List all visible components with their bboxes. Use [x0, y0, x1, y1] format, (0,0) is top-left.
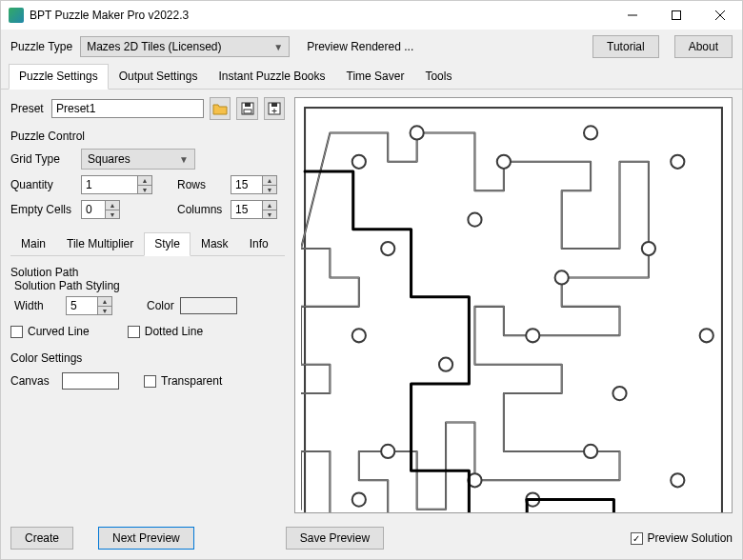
tab-puzzle-settings[interactable]: Puzzle Settings [9, 64, 109, 90]
next-preview-button[interactable]: Next Preview [98, 527, 194, 550]
down-icon[interactable]: ▼ [106, 210, 119, 218]
up-icon[interactable]: ▲ [263, 201, 276, 210]
transparent-checkbox[interactable]: Transparent [144, 374, 222, 388]
subtab-tile-multiplier[interactable]: Tile Multiplier [56, 232, 144, 256]
svg-point-22 [439, 358, 452, 371]
curved-line-label: Curved Line [28, 325, 90, 338]
quantity-stepper[interactable]: ▲▼ [81, 175, 152, 194]
puzzle-type-label: Puzzle Type [10, 40, 72, 53]
grid-type-dropdown[interactable]: Squares ▼ [81, 149, 195, 170]
chevron-down-icon: ▼ [273, 42, 283, 52]
svg-point-12 [352, 155, 366, 169]
svg-point-14 [497, 155, 511, 169]
down-icon[interactable]: ▼ [263, 210, 276, 218]
up-icon[interactable]: ▲ [98, 297, 111, 306]
window-title: BPT Puzzle Maker Pro v2022.3 [30, 9, 611, 22]
empty-cells-label: Empty Cells [10, 203, 75, 216]
grid-type-value: Squares [88, 152, 131, 166]
maximize-button[interactable] [654, 1, 698, 30]
preset-label: Preset [10, 102, 46, 115]
empty-cells-input[interactable] [81, 200, 106, 219]
open-preset-button[interactable] [210, 97, 231, 120]
color-label: Color [147, 299, 174, 312]
up-icon[interactable]: ▲ [106, 201, 119, 210]
tab-tools[interactable]: Tools [414, 64, 462, 90]
svg-rect-5 [245, 103, 251, 107]
rows-label: Rows [177, 178, 225, 191]
app-icon [9, 8, 24, 23]
svg-point-16 [671, 155, 684, 169]
folder-icon [212, 102, 228, 115]
subtab-main[interactable]: Main [10, 232, 56, 256]
minimize-button[interactable] [611, 1, 654, 30]
save-preview-button[interactable]: Save Preview [286, 527, 384, 550]
svg-point-17 [381, 242, 394, 255]
down-icon[interactable]: ▼ [263, 185, 276, 193]
svg-rect-11 [305, 108, 722, 513]
close-button[interactable] [698, 1, 742, 30]
create-button[interactable]: Create [10, 527, 73, 550]
canvas-color-swatch[interactable] [62, 372, 119, 390]
empty-cells-stepper[interactable]: ▲▼ [81, 200, 120, 219]
tutorial-button[interactable]: Tutorial [592, 35, 659, 58]
save-preset-button[interactable] [236, 97, 257, 120]
svg-point-15 [584, 126, 597, 139]
quantity-input[interactable] [81, 175, 138, 194]
chevron-down-icon: ▼ [179, 154, 189, 165]
status-text: Preview Rendered ... [307, 40, 585, 53]
settings-pane: Preset Puzzle Control Grid Type Squares … [10, 97, 285, 513]
up-icon[interactable]: ▲ [263, 176, 276, 185]
subtab-style[interactable]: Style [144, 232, 191, 256]
width-stepper[interactable]: ▲▼ [66, 296, 112, 315]
dotted-line-label: Dotted Line [145, 325, 203, 338]
titlebar: BPT Puzzle Maker Pro v2022.3 [1, 1, 742, 30]
preset-input[interactable] [51, 99, 204, 118]
svg-rect-1 [673, 11, 681, 20]
svg-point-30 [352, 492, 366, 506]
sub-tabstrip: Main Tile Multiplier Style Mask Info [10, 232, 285, 256]
preview-pane [294, 97, 733, 513]
preview-solution-label: Preview Solution [648, 531, 733, 545]
columns-label: Columns [177, 203, 225, 216]
puzzle-type-dropdown[interactable]: Mazes 2D Tiles (Licensed) ▼ [80, 36, 290, 57]
save-icon [241, 102, 254, 115]
puzzle-control-group: Puzzle Control [10, 130, 285, 143]
svg-point-26 [381, 445, 394, 458]
subtab-mask[interactable]: Mask [191, 232, 239, 256]
checkbox-icon [144, 375, 156, 388]
columns-stepper[interactable]: ▲▼ [231, 200, 277, 219]
transparent-label: Transparent [161, 374, 222, 388]
canvas-label: Canvas [10, 374, 56, 388]
dotted-line-checkbox[interactable]: Dotted Line [128, 325, 203, 338]
tab-output-settings[interactable]: Output Settings [109, 64, 209, 90]
path-color-swatch[interactable] [180, 297, 237, 314]
rows-stepper[interactable]: ▲▼ [231, 175, 277, 194]
svg-point-20 [642, 242, 655, 255]
down-icon[interactable]: ▼ [98, 306, 111, 314]
main-tabstrip: Puzzle Settings Output Settings Instant … [1, 64, 742, 90]
app-window: BPT Puzzle Maker Pro v2022.3 Puzzle Type… [0, 0, 743, 560]
color-settings-label: Color Settings [10, 351, 285, 365]
checkbox-icon: ✓ [631, 532, 643, 545]
up-icon[interactable]: ▲ [138, 176, 151, 185]
svg-point-23 [526, 329, 539, 342]
down-icon[interactable]: ▼ [138, 185, 151, 193]
checkbox-icon [10, 326, 23, 338]
maze-preview [301, 104, 726, 513]
svg-point-24 [612, 387, 626, 400]
about-button[interactable]: About [674, 35, 733, 58]
subtab-info[interactable]: Info [239, 232, 279, 256]
columns-input[interactable] [231, 200, 263, 219]
svg-point-21 [352, 329, 366, 342]
rows-input[interactable] [231, 175, 263, 194]
svg-rect-8 [271, 103, 277, 107]
preview-solution-checkbox[interactable]: ✓ Preview Solution [631, 531, 733, 545]
width-input[interactable] [66, 296, 98, 315]
svg-point-25 [700, 329, 713, 342]
tab-instant-puzzle-books[interactable]: Instant Puzzle Books [208, 64, 335, 90]
svg-point-13 [411, 126, 424, 139]
save-plus-icon [268, 102, 281, 115]
save-as-preset-button[interactable] [264, 97, 285, 120]
tab-time-saver[interactable]: Time Saver [336, 64, 415, 90]
curved-line-checkbox[interactable]: Curved Line [10, 325, 90, 338]
